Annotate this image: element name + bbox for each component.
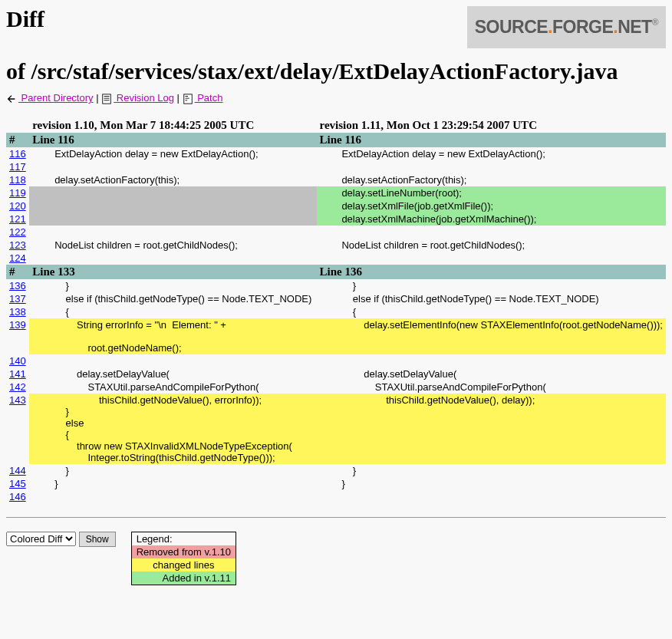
code-right: delay.setXmlFile(job.getXmlFile()); [320,200,664,212]
code-left: STAXUtil.parseAndCompileForPython( [32,381,313,393]
line-number-link[interactable]: 143 [9,394,26,406]
legend-added: Added in v.1.11 [131,571,236,585]
code-left: String errorInfo = "\n Element: " + root… [32,319,313,354]
table-row: 116 ExtDelayAction delay = new ExtDelayA… [6,147,666,160]
code-left: { [32,306,313,318]
code-right: delay.setDelayValue( [320,368,664,380]
table-row: 118 delay.setActionFactory(this); delay.… [6,173,666,186]
revision-log-link[interactable]: Revision Log [114,92,174,104]
hunk-left: Line 116 [29,133,316,147]
diff-table: revision 1.10, Mon Mar 7 18:44:25 2005 U… [6,118,666,503]
patch-link[interactable]: Patch [195,92,223,104]
line-number-link[interactable]: 140 [9,355,26,367]
patch-icon [183,94,193,104]
code-right: NodeList children = root.getChildNodes()… [320,239,664,251]
hunk-left: Line 133 [29,265,316,279]
table-row: 124 [6,252,666,265]
table-row: 143 thisChild.getNodeValue(), errorInfo)… [6,394,666,464]
line-number-link[interactable]: 136 [9,280,26,292]
hunk-right: Line 116 [317,133,667,147]
table-row: 121 delay.setXmlMachine(job.getXmlMachin… [6,212,666,226]
line-number-link[interactable]: 137 [9,293,26,305]
code-left: ExtDelayAction delay = new ExtDelayActio… [32,148,313,160]
table-row: 136 } } [6,279,666,292]
code-right: delay.setActionFactory(this); [320,174,664,186]
line-number-link[interactable]: 141 [9,368,26,380]
hunk-right: Line 136 [317,265,667,279]
code-right: STAXUtil.parseAndCompileForPython( [320,381,664,393]
code-right: else if (thisChild.getNodeType() == Node… [320,293,664,305]
line-number-link[interactable]: 124 [9,252,26,264]
code-left: delay.setDelayValue( [32,368,313,380]
line-number-link[interactable]: 146 [9,491,26,502]
code-right: delay.setXmlMachine(job.getXmlMachine())… [320,213,664,225]
table-row: 122 [6,226,666,239]
table-row: 119 delay.setLineNumber(root); [6,186,666,199]
legend-removed: Removed from v.1.10 [131,545,236,558]
code-left: NodeList children = root.getChildNodes()… [32,239,313,251]
code-right: { [320,306,664,318]
line-number-link[interactable]: 118 [9,174,26,186]
table-row: 117 [6,160,666,173]
rev-header-right: revision 1.11, Mon Oct 1 23:29:54 2007 U… [317,118,667,133]
line-number-link[interactable]: 142 [9,381,26,393]
line-number-link[interactable]: 123 [9,239,26,251]
svg-rect-0 [103,94,111,103]
table-row: 139 String errorInfo = "\n Element: " + … [6,318,666,354]
line-number-link[interactable]: 144 [9,465,26,476]
line-number-link[interactable]: 138 [9,306,26,318]
line-number-link[interactable]: 117 [9,161,26,173]
line-number-link[interactable]: 120 [9,200,26,212]
table-row: 146 [6,490,666,503]
nav-links: Parent Directory | Revision Log | Patch [6,92,666,104]
code-left: else if (thisChild.getNodeType() == Node… [32,293,313,305]
line-number-link[interactable]: 119 [9,187,26,199]
hash-col: # [6,265,29,279]
line-number-link[interactable]: 145 [9,478,26,489]
code-right: } [320,478,664,489]
code-right: } [320,280,664,292]
code-right: } [320,465,664,476]
divider [6,517,666,518]
back-icon [6,94,17,104]
code-left: } [32,280,313,292]
line-number-link[interactable]: 116 [9,148,26,160]
code-right: delay.setLineNumber(root); [320,187,664,199]
sourceforge-logo: SOURCE.FORGE.NET® [467,6,666,48]
parent-directory-link[interactable]: Parent Directory [18,92,94,104]
table-row: 123 NodeList children = root.getChildNod… [6,239,666,252]
hash-col: # [6,133,29,147]
controls: Colored Diff Show Legend: Removed from v… [6,532,666,585]
code-left: } [32,465,313,476]
table-row: 144 } } [6,464,666,477]
code-right: delay.setElementInfo(new STAXElementInfo… [320,319,664,331]
code-left: thisChild.getNodeValue(), errorInfo)); }… [32,394,313,463]
table-row: 145 } } [6,477,666,490]
line-number-link[interactable]: 122 [9,226,26,238]
line-number-link[interactable]: 121 [9,213,26,225]
legend-changed: changed lines [131,558,236,571]
table-row: 140 [6,354,666,367]
code-left: } [32,478,313,489]
table-row: 138 { { [6,305,666,318]
line-number-link[interactable]: 139 [9,319,26,331]
table-row: 141 delay.setDelayValue( delay.setDelayV… [6,367,666,380]
show-button[interactable]: Show [79,532,116,547]
table-row: 142 STAXUtil.parseAndCompileForPython( S… [6,380,666,394]
table-row: 137 else if (thisChild.getNodeType() == … [6,292,666,305]
legend: Legend: Removed from v.1.10 changed line… [131,532,236,585]
code-right: thisChild.getNodeValue(), delay)); [320,394,664,406]
code-right: ExtDelayAction delay = new ExtDelayActio… [320,148,664,160]
code-left: delay.setActionFactory(this); [32,174,313,186]
table-row: 120 delay.setXmlFile(job.getXmlFile()); [6,199,666,212]
rev-header-left: revision 1.10, Mon Mar 7 18:44:25 2005 U… [29,118,316,133]
diff-type-select[interactable]: Colored Diff [6,532,76,546]
svg-rect-4 [183,94,192,103]
legend-title: Legend: [131,532,236,545]
log-icon [101,94,112,104]
